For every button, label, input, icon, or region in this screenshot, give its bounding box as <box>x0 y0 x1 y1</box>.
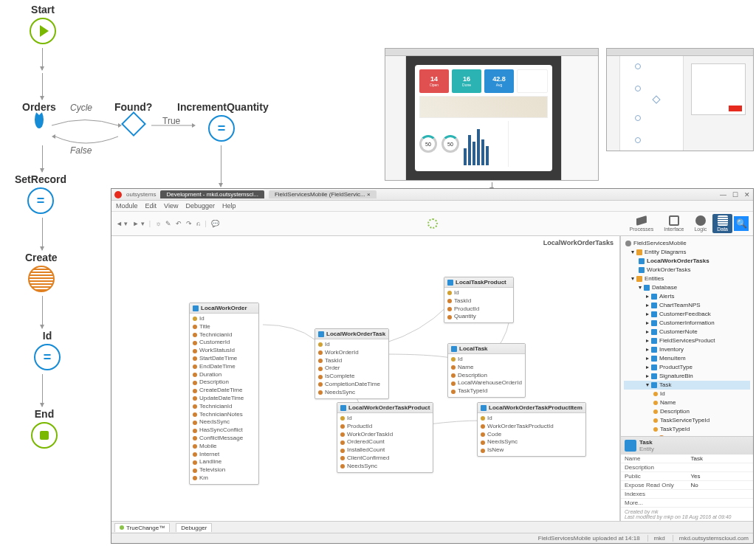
tree-attr[interactable]: TaskServiceTypeId <box>624 416 750 425</box>
entity-attr[interactable]: TaskTypeId <box>451 387 522 395</box>
menu-debugger[interactable]: Debugger <box>185 202 215 210</box>
tree-entity[interactable]: ▸ChartTeamNPS <box>624 301 750 310</box>
flow-increment[interactable]: IncrementQuantity = <box>177 101 266 142</box>
entity-attr[interactable]: NeedsSync <box>481 438 583 446</box>
entity-localworkordertask[interactable]: LocalWorkOrderTask IdWorkOrderIdTaskIdOr… <box>315 328 389 399</box>
tool-icon[interactable]: ⎌ <box>196 220 200 227</box>
entity-attr[interactable]: WorkOrderTaskId <box>340 431 430 439</box>
entity-attr[interactable]: Id <box>447 289 510 297</box>
entity-attr[interactable]: Id <box>318 341 385 349</box>
tree-attr[interactable]: Description <box>624 407 750 416</box>
entity-attr[interactable]: Id <box>193 315 255 323</box>
prop-value[interactable] <box>687 463 754 472</box>
entity-attr[interactable]: Title <box>193 323 255 331</box>
flow-start[interactable]: Start <box>30 4 56 44</box>
entity-attr[interactable]: Id <box>481 415 583 423</box>
entity-attr[interactable]: ClientConfirmed <box>340 455 430 463</box>
entity-localworkordertaskproduct[interactable]: LocalWorkOrderTaskProduct IdProductIdWor… <box>337 402 433 473</box>
entity-attr[interactable]: TaskId <box>318 357 385 365</box>
entity-attr[interactable]: HasSyncConflict <box>193 426 255 435</box>
entity-attr[interactable]: NeedsSync <box>193 418 255 426</box>
entity-attr[interactable]: Description <box>451 372 522 380</box>
menu-help[interactable]: Help <box>222 202 236 210</box>
flow-end[interactable]: End <box>31 408 58 449</box>
entity-attr[interactable]: WorkOrderId <box>318 349 385 357</box>
entity-attr[interactable]: CreateDateTime <box>193 387 255 395</box>
entity-attr[interactable]: OrderedCount <box>340 438 430 446</box>
entity-attr[interactable]: LocalWarehouseOrderId <box>451 379 522 387</box>
entity-attr[interactable]: Id <box>340 415 430 423</box>
entity-attr[interactable]: IsNew <box>481 446 583 455</box>
entity-attr[interactable]: NeedsSync <box>318 389 385 397</box>
minimize-icon[interactable]: — <box>720 191 726 198</box>
tab-truechange[interactable]: TrueChange™ <box>114 523 170 532</box>
close-icon[interactable]: ✕ <box>744 191 750 198</box>
tree-entity[interactable]: ▸SignatureBin <box>624 372 750 381</box>
forward-icon[interactable]: ► ▾ <box>132 220 144 227</box>
entity-attr[interactable]: NeedsSync <box>340 463 430 471</box>
tab-logic[interactable]: Logic <box>690 214 711 233</box>
entity-attr[interactable]: IsComplete <box>318 373 385 381</box>
entity-attr[interactable]: TaskId <box>447 297 510 305</box>
menu-module[interactable]: Module <box>116 202 138 210</box>
tab-debugger[interactable]: Debugger <box>176 523 212 532</box>
diagram-canvas[interactable]: LocalWorkOrderTasks LocalWorkOrder IdTit… <box>111 236 620 521</box>
entity-attr[interactable]: CustomerId <box>193 339 255 347</box>
prop-value[interactable]: Task <box>687 455 754 463</box>
tree-entity[interactable]: ▸MenuItem <box>624 354 750 363</box>
undo-icon[interactable]: ↶ <box>176 220 182 227</box>
publish-icon[interactable]: ☼ <box>155 220 161 227</box>
entity-attr[interactable]: TechnicianId <box>193 331 255 339</box>
entity-attr[interactable]: WorkStatusId <box>193 347 255 355</box>
tab-data[interactable]: Data <box>712 214 732 233</box>
menu-edit[interactable]: Edit <box>145 202 157 210</box>
entity-attr[interactable]: CompletionDateTime <box>318 381 385 389</box>
tree-attr[interactable]: TaskTypeId <box>624 425 750 434</box>
tree-entity[interactable]: ▸ProductType <box>624 363 750 372</box>
tree-entity[interactable]: ▸Alerts <box>624 292 750 301</box>
entity-attr[interactable]: Order <box>318 364 385 373</box>
search-icon[interactable]: 🔍 <box>734 216 749 231</box>
entity-attr[interactable]: Landline <box>193 458 255 466</box>
menu-view[interactable]: View <box>164 202 178 210</box>
tab-interface[interactable]: Interface <box>659 214 688 233</box>
thumb-dashboard[interactable]: 14Open 16Done 42.8Avg 50 50 <box>385 48 599 181</box>
tree-attr[interactable]: Name <box>624 398 750 407</box>
tree-view[interactable]: FieldServicesMobile ▾Entity Diagrams Loc… <box>621 236 753 436</box>
flow-create[interactable]: Create <box>25 252 58 294</box>
tab-processes[interactable]: Processes <box>625 214 659 233</box>
maximize-icon[interactable]: ☐ <box>732 191 738 198</box>
entity-attr[interactable]: Id <box>451 356 522 364</box>
prop-value[interactable] <box>687 499 754 508</box>
tree-entity[interactable]: ▸FieldServicesProduct <box>624 336 750 345</box>
prop-value[interactable] <box>687 490 754 499</box>
prop-value[interactable]: Yes <box>687 472 754 481</box>
back-icon[interactable]: ◄ ▾ <box>116 220 128 227</box>
tree-entity[interactable]: ▸Inventory <box>624 345 750 354</box>
comment-icon[interactable]: 💬 <box>211 220 219 227</box>
env-tab[interactable]: Development - mkd.outsystemscl... <box>160 190 264 198</box>
flow-found[interactable]: Found? <box>114 101 152 133</box>
entity-localtask[interactable]: LocalTask IdNameDescriptionLocalWarehous… <box>447 343 526 398</box>
entity-attr[interactable]: TechnicianNotes <box>193 411 255 419</box>
entity-localworkorder[interactable]: LocalWorkOrder IdTitleTechnicianIdCustom… <box>189 303 259 485</box>
tool-icon[interactable]: ✎ <box>165 220 171 227</box>
entity-attr[interactable]: Code <box>481 431 583 439</box>
entity-localtaskproduct[interactable]: LocalTaskProduct IdTaskIdProductIdQuanti… <box>444 277 514 323</box>
flow-id[interactable]: Id = <box>34 330 61 370</box>
entity-attr[interactable]: ProductId <box>447 305 510 314</box>
entity-attr[interactable]: Mobile <box>193 443 255 451</box>
tree-entity[interactable]: ▸CustomerFeedback <box>624 310 750 319</box>
entity-attr[interactable]: StartDateTime <box>193 355 255 363</box>
entity-attr[interactable]: WorkOrderTaskProductId <box>481 423 583 431</box>
entity-attr[interactable]: EndDateTime <box>193 363 255 371</box>
entity-attr[interactable]: Internet <box>193 451 255 459</box>
entity-attr[interactable]: InstalledCount <box>340 446 430 455</box>
entity-attr[interactable]: Television <box>193 466 255 474</box>
entity-attr[interactable]: Quantity <box>447 313 510 321</box>
tree-entity[interactable]: ▸CustomerNote <box>624 328 750 336</box>
redo-icon[interactable]: ↷ <box>186 220 192 227</box>
thumb-logic[interactable] <box>606 48 754 151</box>
entity-attr[interactable]: Km <box>193 474 255 483</box>
1-click-publish-icon[interactable] <box>427 218 438 229</box>
